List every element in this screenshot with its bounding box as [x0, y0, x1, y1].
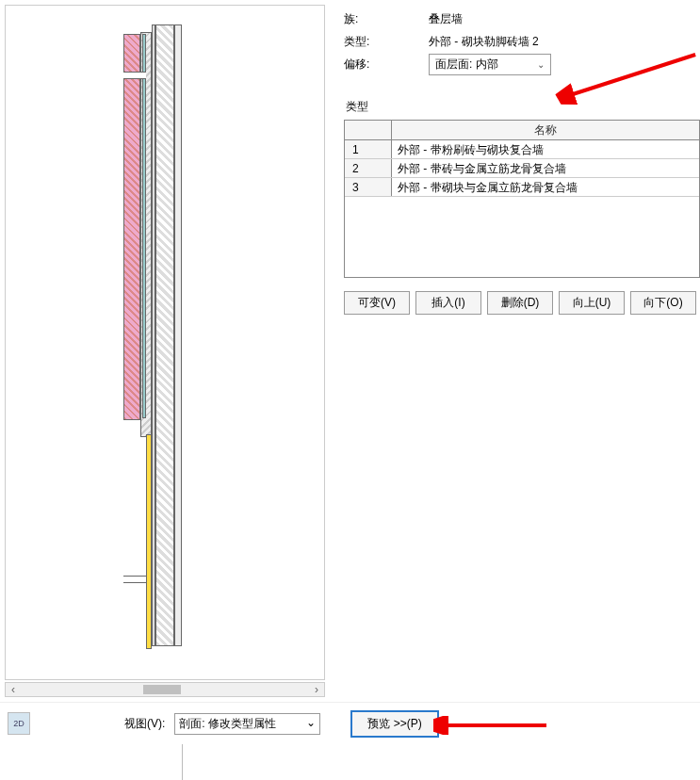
row-index: 1 [345, 140, 392, 158]
offset-dropdown[interactable]: 面层面: 内部 ⌄ [429, 54, 551, 75]
view-label: 视图(V): [124, 716, 165, 732]
table-empty-area [345, 197, 699, 277]
col-header-name: 名称 [392, 121, 699, 139]
family-value: 叠层墙 [429, 11, 463, 27]
type-section-header: 类型 [344, 99, 700, 115]
preview-canvas[interactable] [5, 5, 325, 680]
variable-button[interactable]: 可变(V) [344, 291, 410, 315]
table-row[interactable]: 1 外部 - 带粉刷砖与砌块复合墙 [345, 140, 699, 159]
chevron-down-icon: ⌄ [537, 59, 545, 70]
row-name: 外部 - 带砖与金属立筋龙骨复合墙 [392, 159, 699, 177]
bottom-bar: 2D 视图(V): 剖面: 修改类型属性 ⌄ 预览 >>(P) [0, 702, 700, 744]
up-button[interactable]: 向上(U) [559, 291, 625, 315]
delete-button[interactable]: 删除(D) [487, 291, 553, 315]
chevron-down-icon: ⌄ [306, 716, 316, 732]
scroll-left-icon[interactable]: ‹ [6, 683, 21, 696]
preview-button[interactable]: 预览 >>(P) [350, 710, 438, 738]
offset-value: 面层面: 内部 [435, 57, 498, 73]
properties-panel: 族: 叠层墙 类型: 外部 - 砌块勒脚砖墙 2 偏移: 面层面: 内部 ⌄ 类… [330, 0, 700, 702]
down-button[interactable]: 向下(O) [630, 291, 696, 315]
type-table: 名称 1 外部 - 带粉刷砖与砌块复合墙 2 外部 - 带砖与金属立筋龙骨复合墙… [344, 120, 700, 278]
row-index: 2 [345, 159, 392, 177]
preview-panel: ‹ › [0, 0, 330, 702]
table-row[interactable]: 3 外部 - 带砌块与金属立筋龙骨复合墙 [345, 178, 699, 197]
divider [182, 744, 183, 780]
view-2d-icon[interactable]: 2D [8, 712, 30, 735]
scroll-right-icon[interactable]: › [309, 683, 324, 696]
view-select-value: 剖面: 修改类型属性 [179, 716, 276, 732]
type-value: 外部 - 砌块勒脚砖墙 2 [429, 34, 539, 50]
col-header-index [345, 121, 392, 139]
offset-label: 偏移: [344, 57, 429, 73]
view-select[interactable]: 剖面: 修改类型属性 ⌄ [174, 713, 320, 735]
horizontal-scrollbar[interactable]: ‹ › [5, 682, 325, 697]
family-label: 族: [344, 11, 429, 27]
table-row[interactable]: 2 外部 - 带砖与金属立筋龙骨复合墙 [345, 159, 699, 178]
row-index: 3 [345, 178, 392, 196]
row-name: 外部 - 带砌块与金属立筋龙骨复合墙 [392, 178, 699, 196]
insert-button[interactable]: 插入(I) [415, 291, 481, 315]
row-name: 外部 - 带粉刷砖与砌块复合墙 [392, 140, 699, 158]
wall-section-diagram [123, 24, 208, 665]
scroll-thumb[interactable] [143, 685, 181, 694]
type-label: 类型: [344, 34, 429, 50]
